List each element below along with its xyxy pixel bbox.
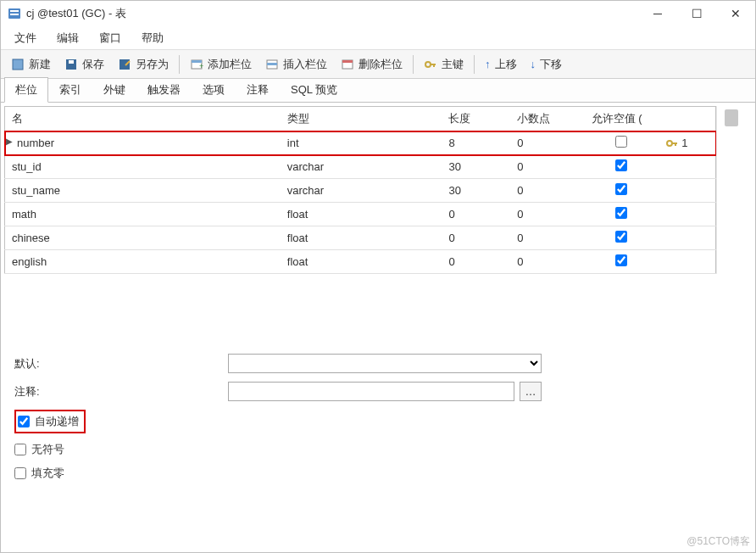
- allow-null-checkbox[interactable]: [615, 254, 627, 266]
- cell-type[interactable]: float: [281, 250, 442, 274]
- comment-more-button[interactable]: …: [520, 382, 542, 401]
- cell-allow-null[interactable]: [585, 131, 659, 155]
- cell-key[interactable]: [659, 155, 715, 179]
- header-allownull[interactable]: 允许空值 (: [585, 107, 659, 131]
- auto-increment-row[interactable]: 自动递增: [18, 414, 79, 429]
- table-row[interactable]: englishfloat00: [5, 250, 716, 274]
- header-name[interactable]: 名: [5, 107, 281, 131]
- allow-null-checkbox[interactable]: [615, 136, 627, 148]
- fields-table-panel: 名 类型 长度 小数点 允许空值 ( ▶numberint801stu_idva…: [1, 103, 755, 345]
- tab-sql-preview[interactable]: SQL 预览: [280, 77, 348, 103]
- cell-type[interactable]: int: [281, 131, 442, 155]
- cell-length[interactable]: 30: [442, 179, 510, 203]
- toolbar: 新建 保存 另存为 + 添加栏位 插入栏位 删除栏位 主键 ↑: [1, 50, 755, 79]
- header-decimals[interactable]: 小数点: [510, 107, 584, 131]
- insert-field-button[interactable]: 插入栏位: [258, 53, 334, 75]
- maximize-button[interactable]: ☐: [677, 1, 716, 26]
- insert-field-icon: [265, 58, 279, 71]
- cell-name[interactable]: ▶number: [5, 131, 281, 155]
- cell-length[interactable]: 0: [442, 250, 510, 274]
- tab-fk[interactable]: 外键: [92, 77, 136, 103]
- cell-allow-null[interactable]: [585, 155, 659, 179]
- svg-rect-13: [342, 60, 353, 63]
- new-button[interactable]: 新建: [4, 53, 58, 75]
- tab-fields[interactable]: 栏位: [4, 77, 48, 103]
- allow-null-checkbox[interactable]: [615, 231, 627, 243]
- cell-key[interactable]: [659, 203, 715, 226]
- cell-name[interactable]: stu_name: [5, 179, 281, 203]
- ellipsis-icon: …: [525, 385, 536, 398]
- delete-field-button[interactable]: 删除栏位: [334, 53, 409, 75]
- menu-edit[interactable]: 编辑: [47, 27, 89, 49]
- vertical-scrollbar[interactable]: [716, 106, 745, 274]
- move-up-button[interactable]: ↑ 上移: [478, 53, 524, 75]
- zerofill-checkbox[interactable]: [14, 467, 26, 479]
- cell-key[interactable]: [659, 250, 715, 274]
- cell-length[interactable]: 0: [442, 203, 510, 226]
- app-icon: [8, 7, 21, 20]
- comment-input[interactable]: [228, 382, 514, 401]
- menu-help[interactable]: 帮助: [131, 27, 174, 49]
- cell-length[interactable]: 0: [442, 226, 510, 250]
- cell-name[interactable]: math: [5, 203, 281, 226]
- cell-name[interactable]: chinese: [5, 226, 281, 250]
- cell-length[interactable]: 30: [442, 155, 510, 179]
- cell-allow-null[interactable]: [585, 250, 659, 274]
- cell-length[interactable]: 8: [442, 131, 510, 155]
- default-label: 默认:: [14, 356, 57, 371]
- cell-key[interactable]: 1: [659, 131, 715, 155]
- allow-null-checkbox[interactable]: [615, 183, 627, 195]
- tab-comment[interactable]: 注释: [236, 77, 280, 103]
- move-down-button[interactable]: ↓ 下移: [524, 53, 570, 75]
- svg-rect-3: [13, 59, 23, 70]
- scroll-thumb[interactable]: [725, 109, 738, 126]
- cell-decimals[interactable]: 0: [510, 250, 584, 274]
- table-row[interactable]: ▶numberint801: [5, 131, 716, 155]
- unsigned-row[interactable]: 无符号: [14, 442, 742, 457]
- cell-type[interactable]: float: [281, 203, 442, 226]
- auto-increment-label: 自动递增: [35, 414, 79, 429]
- menubar: 文件 编辑 窗口 帮助: [1, 26, 755, 50]
- default-select[interactable]: [228, 354, 542, 373]
- table-row[interactable]: stu_namevarchar300: [5, 179, 716, 203]
- cell-type[interactable]: varchar: [281, 179, 442, 203]
- cell-decimals[interactable]: 0: [510, 203, 584, 226]
- add-field-button[interactable]: + 添加栏位: [183, 53, 258, 75]
- auto-increment-checkbox[interactable]: [18, 416, 30, 427]
- header-type[interactable]: 类型: [281, 107, 442, 131]
- table-row[interactable]: mathfloat00: [5, 203, 716, 226]
- menu-window[interactable]: 窗口: [89, 27, 131, 49]
- cell-allow-null[interactable]: [585, 226, 659, 250]
- cell-type[interactable]: float: [281, 226, 442, 250]
- zerofill-row[interactable]: 填充零: [14, 466, 742, 481]
- cell-allow-null[interactable]: [585, 203, 659, 226]
- unsigned-checkbox[interactable]: [14, 444, 26, 455]
- tab-triggers[interactable]: 触发器: [136, 77, 192, 103]
- header-length[interactable]: 长度: [442, 107, 510, 131]
- save-as-button[interactable]: 另存为: [111, 53, 175, 75]
- primary-key-button[interactable]: 主键: [417, 53, 470, 75]
- table-row[interactable]: stu_idvarchar300: [5, 155, 716, 179]
- allow-null-checkbox[interactable]: [615, 159, 627, 171]
- cell-decimals[interactable]: 0: [510, 226, 584, 250]
- close-button[interactable]: ✕: [716, 1, 755, 26]
- cell-allow-null[interactable]: [585, 179, 659, 203]
- add-field-label: 添加栏位: [208, 57, 252, 72]
- cell-decimals[interactable]: 0: [510, 131, 584, 155]
- cell-decimals[interactable]: 0: [510, 155, 584, 179]
- cell-key[interactable]: [659, 179, 715, 203]
- cell-key[interactable]: [659, 226, 715, 250]
- cell-name[interactable]: stu_id: [5, 155, 281, 179]
- minimize-button[interactable]: ─: [638, 1, 677, 26]
- cell-name[interactable]: english: [5, 250, 281, 274]
- cell-type[interactable]: varchar: [281, 155, 442, 179]
- empty-rows-area[interactable]: [4, 274, 752, 342]
- cell-decimals[interactable]: 0: [510, 179, 584, 203]
- tab-options[interactable]: 选项: [192, 77, 236, 103]
- allow-null-checkbox[interactable]: [615, 207, 627, 219]
- tab-indexes[interactable]: 索引: [48, 77, 92, 103]
- menu-file[interactable]: 文件: [4, 27, 47, 49]
- save-button[interactable]: 保存: [58, 53, 111, 75]
- key-icon: [665, 137, 679, 150]
- table-row[interactable]: chinesefloat00: [5, 226, 716, 250]
